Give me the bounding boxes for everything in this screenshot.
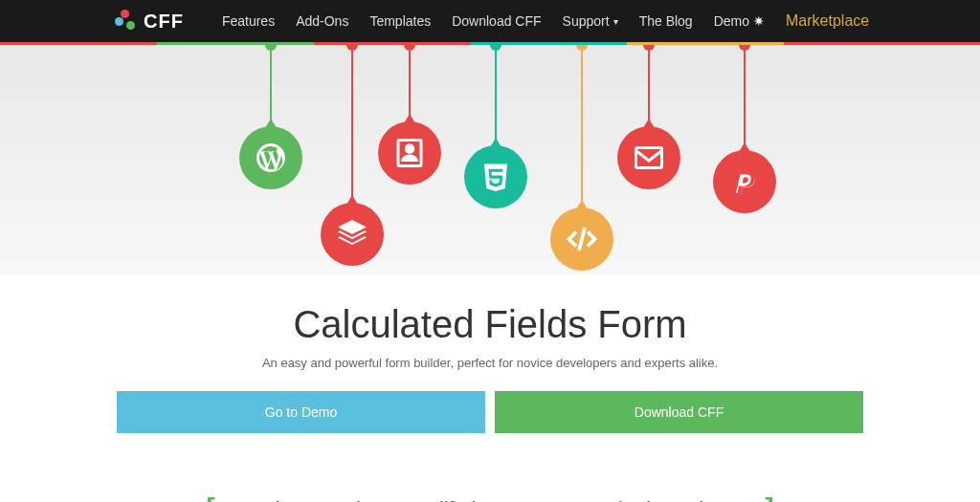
nav-demo[interactable]: Demo ✷ — [714, 13, 765, 29]
pendant-html5 — [464, 45, 527, 208]
logo-icon — [115, 10, 138, 33]
pendant-mail — [617, 45, 680, 189]
layers-icon — [321, 203, 384, 266]
page-title: Calculated Fields Form — [19, 303, 961, 346]
profile-icon — [378, 121, 441, 185]
bracket-open: [ — [206, 492, 214, 502]
page-subtitle: An easy and powerful form builder, perfe… — [19, 356, 961, 370]
pendants — [0, 45, 980, 274]
bracket-close: ] — [765, 492, 773, 502]
pendant-wordpress — [239, 45, 302, 189]
html5-icon — [464, 145, 527, 208]
paypal-icon — [713, 150, 776, 213]
nav-download[interactable]: Download CFF — [452, 13, 541, 29]
slogan-part2: lifetime access to plugin updates... — [437, 497, 759, 502]
nav-support-label: Support — [563, 13, 610, 29]
nav-marketplace[interactable]: Marketplace — [786, 12, 869, 30]
mail-icon — [617, 126, 680, 189]
go-to-demo-button[interactable]: Go to Demo — [117, 391, 485, 433]
svg-rect-2 — [636, 148, 662, 168]
logo[interactable]: CFF — [115, 10, 184, 33]
nav-blog[interactable]: The Blog — [639, 13, 693, 29]
nav-support[interactable]: Support ▾ — [563, 13, 618, 29]
download-cff-button[interactable]: Download CFF — [495, 391, 863, 433]
nav-items: Features Add-Ons Templates Download CFF … — [222, 12, 869, 30]
pendant-layers — [321, 45, 384, 266]
cta-buttons: Go to Demo Download CFF — [117, 391, 863, 433]
nav-features[interactable]: Features — [222, 13, 275, 29]
wordpress-icon — [239, 126, 302, 189]
pendant-paypal — [713, 45, 776, 213]
nav-demo-label: Demo — [714, 13, 749, 29]
slogan-part1: One-time purchase — [221, 497, 400, 502]
nav-templates[interactable]: Templates — [369, 13, 431, 29]
hero-area — [0, 45, 980, 274]
pendant-profile — [378, 45, 441, 185]
logo-text: CFF — [144, 11, 184, 33]
nav-addons[interactable]: Add-Ons — [296, 13, 348, 29]
slogan: [ One-time purchase and lifetime access … — [0, 481, 980, 502]
content: Calculated Fields Form An easy and power… — [0, 274, 980, 481]
pendant-code — [550, 45, 613, 271]
chevron-down-icon: ▾ — [613, 16, 618, 27]
navbar: CFF Features Add-Ons Templates Download … — [0, 0, 980, 42]
code-icon — [550, 207, 613, 271]
svg-point-1 — [406, 145, 413, 153]
snowflake-icon: ✷ — [753, 13, 765, 29]
